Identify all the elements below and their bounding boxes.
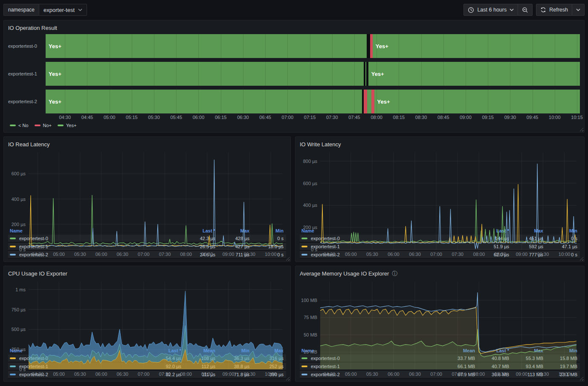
- y-tick-label: 0 s: [311, 247, 317, 252]
- panel-title[interactable]: Average Memory Usage IO Explorer ⓘ: [300, 269, 580, 278]
- x-tick-label: 07:00: [282, 115, 294, 120]
- refresh-button[interactable]: Refresh: [536, 4, 572, 16]
- y-axis-labels: 0 s200 µs400 µs600 µs: [12, 171, 26, 252]
- timeline-segment-yes[interactable]: Yes+: [46, 90, 362, 113]
- panel-title[interactable]: CPU Usage IO Exporter: [8, 269, 286, 278]
- x-tick-label: 04:45: [81, 115, 93, 120]
- x-tick-label: 05:00: [104, 115, 116, 120]
- x-tick-label: 10:00: [265, 252, 277, 257]
- timeline-gridline: [466, 62, 466, 86]
- chart-read[interactable]: 0 s200 µs400 µs600 µs04:3005:0005:3006:0…: [8, 149, 286, 226]
- timeline-gridline: [466, 34, 466, 58]
- chart-mem[interactable]: 25 MB50 MB75 MB100 MB04:3005:0005:3006:0…: [300, 278, 580, 345]
- chart-write[interactable]: 0 s200 µs400 µs600 µs800 µs04:3005:0005:…: [300, 149, 580, 226]
- timeline-segment-gap[interactable]: [367, 34, 370, 58]
- timeline-gridline: [132, 90, 132, 113]
- y-tick-label: 400 µs: [12, 197, 26, 202]
- write-chart-svg[interactable]: 0 s200 µs400 µs600 µs800 µs04:3005:0005:…: [300, 149, 580, 258]
- x-tick-label: 08:00: [180, 371, 192, 377]
- panel-io-operation-result: IO Operation Result exportertest-0Yes+Ye…: [3, 20, 585, 133]
- timeline-track[interactable]: Yes+Yes+: [46, 90, 580, 113]
- x-tick-label: 10:00: [265, 371, 277, 377]
- timeline-gridline: [310, 34, 310, 58]
- timeline-gridline: [310, 62, 310, 86]
- x-tick-label: 10:00: [549, 115, 561, 120]
- timeline-legend-item[interactable]: Yes+: [58, 123, 76, 128]
- chart-cpu[interactable]: 0 s250 µs500 µs750 µs1 ms04:3005:0005:30…: [8, 278, 286, 345]
- timeline-legend: < NoNo+Yes+: [8, 121, 580, 130]
- y-tick-label: 600 µs: [303, 181, 318, 186]
- timeline-segment-yes[interactable]: [367, 90, 371, 113]
- x-tick-label: 07:30: [452, 252, 463, 257]
- y-tick-label: 750 µs: [12, 307, 26, 312]
- timeline-gridline: [110, 62, 110, 86]
- panel-io-read-latency: IO Read Latency 0 s200 µs400 µs600 µs04:…: [3, 136, 291, 262]
- timeline-gridline: [243, 90, 243, 113]
- timeline-gridline: [65, 90, 65, 113]
- x-axis-labels: 04:3005:0005:3006:0006:3007:0007:3008:00…: [324, 371, 570, 377]
- x-tick-label: 07:30: [159, 252, 171, 257]
- x-tick-label: 08:30: [201, 252, 213, 257]
- namespace-variable-dropdown[interactable]: exporter-test: [39, 4, 87, 16]
- timeline-gridline: [510, 62, 510, 86]
- timeline-gridline: [332, 62, 333, 86]
- y-tick-label: 200 µs: [303, 225, 318, 230]
- timeline-row: exportertest-2Yes+Yes+: [8, 90, 580, 113]
- x-tick-label: 09:00: [516, 371, 528, 377]
- timeline-gridline: [310, 90, 310, 113]
- x-tick-label: 08:45: [437, 115, 449, 120]
- x-tick-label: 07:30: [326, 115, 338, 120]
- timeline-segment-yes[interactable]: Yes+: [368, 62, 580, 86]
- timeline-legend-item[interactable]: < No: [10, 123, 29, 128]
- x-tick-label: 09:00: [223, 371, 235, 377]
- panel-title[interactable]: IO Operation Result: [8, 23, 580, 32]
- timeline-segment-yes[interactable]: Yes+: [374, 90, 580, 113]
- y-tick-label: 400 µs: [303, 203, 318, 208]
- timeline-segment-yes[interactable]: Yes+: [46, 62, 364, 86]
- timeline-gridline: [287, 90, 288, 113]
- x-tick-label: 08:00: [180, 252, 192, 257]
- x-tick-label: 09:15: [482, 115, 494, 120]
- x-axis-labels: 04:3005:0005:3006:0006:3007:0007:3008:00…: [324, 252, 570, 257]
- timeline-gridline: [577, 34, 577, 58]
- mem-chart-svg[interactable]: 25 MB50 MB75 MB100 MB04:3005:0005:3006:0…: [300, 278, 580, 378]
- panel-title[interactable]: IO Write Latency: [300, 139, 580, 149]
- timeline-gridline: [533, 62, 533, 86]
- timeline-gridline: [466, 90, 466, 113]
- refresh-interval-dropdown[interactable]: [572, 4, 585, 16]
- timeline-gridline: [488, 90, 488, 113]
- row-latency: IO Read Latency 0 s200 µs400 µs600 µs04:…: [3, 136, 585, 262]
- chevron-down-icon: [510, 8, 514, 12]
- panel-info-icon[interactable]: ⓘ: [392, 271, 397, 276]
- timeline-segment-no[interactable]: [364, 90, 367, 113]
- read-chart-svg[interactable]: 0 s200 µs400 µs600 µs04:3005:0005:3006:0…: [8, 149, 286, 258]
- panel-title[interactable]: IO Read Latency: [8, 139, 286, 149]
- timeline-gridline: [287, 62, 288, 86]
- y-tick-label: 0 s: [19, 367, 26, 372]
- zoom-out-icon: [522, 7, 528, 13]
- timeline-track[interactable]: Yes+Yes+: [46, 34, 580, 58]
- time-range-picker-button[interactable]: Last 6 hours: [463, 4, 518, 16]
- refresh-icon: [540, 7, 546, 13]
- x-tick-label: 10:15: [571, 115, 583, 120]
- x-tick-label: 05:00: [53, 252, 65, 257]
- timeline-legend-label: Yes+: [66, 123, 76, 128]
- timeline-segment-yes[interactable]: Yes+: [373, 34, 580, 58]
- timeline-gridline: [555, 90, 555, 113]
- x-tick-label: 08:00: [473, 371, 485, 377]
- x-tick-label: 04:30: [324, 252, 336, 257]
- timeline-legend-item[interactable]: No+: [35, 123, 52, 128]
- timeline-gridline: [110, 34, 110, 58]
- x-tick-label: 05:30: [74, 371, 86, 377]
- timeline-gridline: [533, 34, 533, 58]
- zoom-out-time-button[interactable]: [518, 4, 533, 16]
- timeline-gridline: [377, 90, 377, 113]
- timeline-gridline: [399, 62, 399, 86]
- cpu-chart-svg[interactable]: 0 s250 µs500 µs750 µs1 ms04:3005:0005:30…: [8, 278, 286, 378]
- panel-title-text: Average Memory Usage IO Explorer: [300, 270, 389, 277]
- timeline-gridline: [577, 62, 577, 86]
- timeline-track[interactable]: Yes+Yes+: [46, 62, 580, 86]
- timeline-row-label: exportertest-1: [8, 62, 42, 86]
- x-tick-label: 09:00: [223, 252, 235, 257]
- timeline-segment-yes[interactable]: Yes+: [46, 34, 367, 58]
